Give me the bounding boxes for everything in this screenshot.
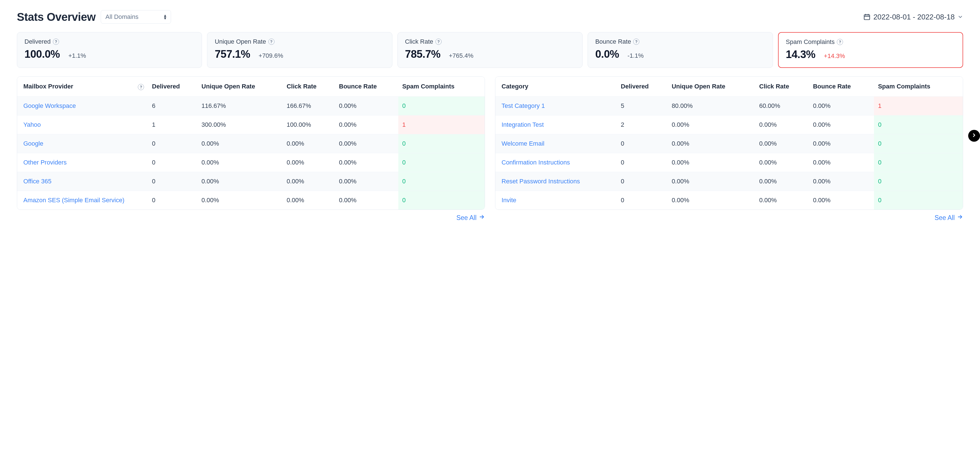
updown-caret-icon: ▴▾: [164, 14, 166, 19]
table-row: Test Category 1 5 80.00% 60.00% 0.00% 1: [495, 97, 963, 115]
chevron-right-icon: [971, 133, 977, 139]
see-all-label: See All: [934, 214, 955, 222]
cell-bounce-rate: 0.00%: [809, 153, 874, 172]
tables-row: Mailbox Provider ? Delivered Unique Open…: [17, 76, 963, 222]
cell-delivered: 1: [148, 115, 197, 134]
cell-delivered: 6: [148, 97, 197, 115]
cell-click-rate: 0.00%: [755, 134, 809, 153]
cell-bounce-rate: 0.00%: [335, 153, 398, 172]
cell-bounce-rate: 0.00%: [335, 97, 398, 115]
cell-delivered: 0: [617, 153, 668, 172]
row-name-link[interactable]: Amazon SES (Simple Email Service): [17, 191, 148, 210]
cell-spam: 0: [398, 153, 485, 172]
cell-click-rate: 0.00%: [283, 153, 335, 172]
date-range-picker[interactable]: 2022-08-01 - 2022-08-18: [863, 13, 963, 21]
see-all-label: See All: [456, 214, 477, 222]
row-name-link[interactable]: Yahoo: [17, 115, 148, 134]
category-table-wrapper: Category Delivered Unique Open Rate Clic…: [495, 76, 963, 222]
row-name-link[interactable]: Test Category 1: [495, 97, 617, 115]
page-header: Stats Overview All Domains ▴▾ 2022-08-01…: [17, 10, 963, 24]
cell-bounce-rate: 0.00%: [809, 115, 874, 134]
cell-spam: 0: [398, 172, 485, 191]
cell-bounce-rate: 0.00%: [335, 191, 398, 210]
cell-spam: 0: [874, 115, 963, 134]
table-row: Welcome Email 0 0.00% 0.00% 0.00% 0: [495, 134, 963, 153]
stat-value: 14.3%: [786, 48, 815, 61]
help-icon[interactable]: ?: [53, 38, 59, 45]
cell-click-rate: 166.67%: [283, 97, 335, 115]
help-icon[interactable]: ?: [138, 84, 144, 90]
table-row: Yahoo 1 300.00% 100.00% 0.00% 1: [17, 115, 485, 134]
cell-open-rate: 0.00%: [668, 172, 755, 191]
row-name-link[interactable]: Google: [17, 134, 148, 153]
page-title: Stats Overview: [17, 11, 95, 23]
row-name-link[interactable]: Office 365: [17, 172, 148, 191]
cell-spam: 0: [874, 191, 963, 210]
cell-delivered: 0: [148, 134, 197, 153]
cell-click-rate: 0.00%: [283, 191, 335, 210]
cell-spam: 0: [874, 153, 963, 172]
provider-table: Mailbox Provider ? Delivered Unique Open…: [17, 77, 485, 209]
cell-open-rate: 116.67%: [197, 97, 283, 115]
stat-label: Spam Complaints: [786, 38, 835, 46]
row-name-link[interactable]: Confirmation Instructions: [495, 153, 617, 172]
domain-select[interactable]: All Domains ▴▾: [101, 10, 171, 24]
col-header: Click Rate: [755, 77, 809, 97]
cell-open-rate: 300.00%: [197, 115, 283, 134]
cell-spam: 0: [398, 97, 485, 115]
stat-label: Delivered: [24, 38, 51, 45]
stat-value: 757.1%: [215, 48, 250, 60]
col-header: Unique Open Rate: [668, 77, 755, 97]
cell-open-rate: 0.00%: [197, 153, 283, 172]
cell-bounce-rate: 0.00%: [809, 134, 874, 153]
cell-bounce-rate: 0.00%: [809, 172, 874, 191]
stat-label: Bounce Rate: [595, 38, 631, 45]
see-all-link-providers[interactable]: See All: [456, 214, 485, 222]
cell-open-rate: 0.00%: [197, 172, 283, 191]
stat-card: Bounce Rate ? 0.0% -1.1%: [588, 32, 773, 68]
row-name-link[interactable]: Invite: [495, 191, 617, 210]
row-name-link[interactable]: Integration Test: [495, 115, 617, 134]
row-name-link[interactable]: Other Providers: [17, 153, 148, 172]
cell-delivered: 0: [148, 172, 197, 191]
col-header: Spam Complaints: [874, 77, 963, 97]
cell-open-rate: 0.00%: [197, 134, 283, 153]
table-row: Google 0 0.00% 0.00% 0.00% 0: [17, 134, 485, 153]
category-table: Category Delivered Unique Open Rate Clic…: [495, 77, 963, 209]
table-row: Reset Password Instructions 0 0.00% 0.00…: [495, 172, 963, 191]
stat-card: Delivered ? 100.0% +1.1%: [17, 32, 202, 68]
help-icon[interactable]: ?: [268, 38, 275, 45]
cell-bounce-rate: 0.00%: [809, 191, 874, 210]
next-page-button[interactable]: [968, 130, 980, 142]
cell-spam: 0: [874, 172, 963, 191]
table-row: Invite 0 0.00% 0.00% 0.00% 0: [495, 191, 963, 210]
help-icon[interactable]: ?: [837, 39, 843, 45]
see-all-link-categories[interactable]: See All: [934, 214, 963, 222]
col-header: Bounce Rate: [335, 77, 398, 97]
cell-bounce-rate: 0.00%: [809, 97, 874, 115]
stat-delta: +1.1%: [68, 52, 86, 59]
table-row: Confirmation Instructions 0 0.00% 0.00% …: [495, 153, 963, 172]
row-name-link[interactable]: Google Workspace: [17, 97, 148, 115]
stat-card: Spam Complaints ? 14.3% +14.3%: [778, 32, 963, 68]
col-header: Spam Complaints: [398, 77, 485, 97]
row-name-link[interactable]: Welcome Email: [495, 134, 617, 153]
cell-spam: 1: [874, 97, 963, 115]
help-icon[interactable]: ?: [436, 38, 442, 45]
stat-cards: Delivered ? 100.0% +1.1% Unique Open Rat…: [17, 32, 963, 68]
header-left: Stats Overview All Domains ▴▾: [17, 10, 171, 24]
cell-click-rate: 0.00%: [755, 191, 809, 210]
cell-delivered: 0: [617, 134, 668, 153]
cell-bounce-rate: 0.00%: [335, 134, 398, 153]
cell-delivered: 0: [617, 172, 668, 191]
stat-card: Click Rate ? 785.7% +765.4%: [398, 32, 582, 68]
cell-spam: 1: [398, 115, 485, 134]
cell-click-rate: 60.00%: [755, 97, 809, 115]
stat-value: 0.0%: [595, 48, 619, 60]
col-header: Click Rate: [283, 77, 335, 97]
cell-open-rate: 0.00%: [668, 134, 755, 153]
cell-delivered: 2: [617, 115, 668, 134]
help-icon[interactable]: ?: [633, 38, 640, 45]
domain-select-label: All Domains: [105, 13, 138, 21]
row-name-link[interactable]: Reset Password Instructions: [495, 172, 617, 191]
